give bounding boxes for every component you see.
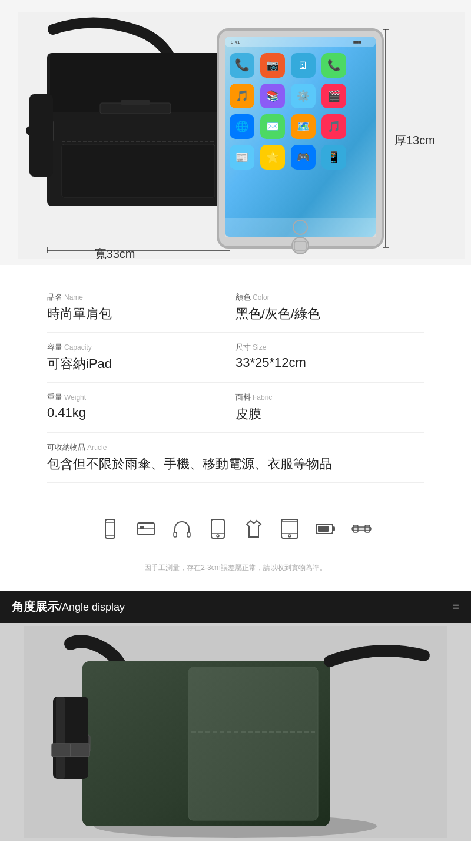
svg-rect-76 — [333, 526, 335, 531]
spec-fabric-label: 面料Fabric — [236, 392, 424, 403]
svg-rect-66 — [187, 532, 190, 537]
battery-icon — [315, 518, 336, 539]
svg-text:📞: 📞 — [235, 58, 250, 72]
svg-text:🗺️: 🗺️ — [297, 120, 310, 133]
spec-weight: 重量Weight 0.41kg — [47, 383, 236, 433]
svg-text:✉️: ✉️ — [266, 120, 280, 133]
specs-section: 品名Name 時尚單肩包 顏色Color 黑色/灰色/綠色 容量Capacity… — [0, 265, 471, 501]
spec-name-label: 品名Name — [47, 292, 236, 303]
svg-rect-87 — [56, 697, 65, 779]
spec-capacity-value: 可容納iPad — [47, 355, 236, 373]
spec-name-value: 時尚單肩包 — [47, 305, 236, 323]
angle-header: 角度展示/Angle display = — [0, 591, 471, 623]
disclaimer: 因手工測量，存在2-3cm誤差屬正常，請以收到實物為準。 — [0, 557, 471, 591]
spec-weight-value: 0.41kg — [47, 405, 236, 420]
product-image-container: 9:41 ■■■ 📞 📷 🗓 📞 🎵 📚 ⚙️ — [18, 12, 453, 259]
earphones-icon — [171, 518, 193, 539]
svg-text:📷: 📷 — [266, 59, 280, 72]
svg-text:⚙️: ⚙️ — [297, 90, 310, 102]
angle-eq-symbol: = — [452, 600, 459, 614]
ipad-large-icon — [279, 518, 300, 539]
svg-rect-84 — [188, 667, 318, 820]
spec-capacity: 容量Capacity 可容納iPad — [47, 333, 236, 383]
svg-text:🎵: 🎵 — [236, 90, 249, 102]
svg-text:🎮: 🎮 — [297, 151, 310, 164]
spec-fabric: 面料Fabric 皮膜 — [236, 383, 424, 433]
svg-point-71 — [288, 535, 291, 537]
disclaimer-text: 因手工測量，存在2-3cm誤差屬正常，請以收到實物為準。 — [144, 564, 326, 572]
svg-text:📱: 📱 — [327, 151, 341, 164]
spec-article-label: 可收納物品Article — [47, 442, 424, 453]
angle-title-en: /Angle display — [59, 601, 125, 613]
spec-fabric-value: 皮膜 — [236, 405, 424, 423]
angle-image-container — [0, 623, 471, 841]
svg-rect-75 — [318, 526, 329, 532]
svg-text:🗓: 🗓 — [298, 59, 309, 71]
phone-icon — [99, 518, 121, 539]
spec-article-value: 包含但不限於雨傘、手機、移動電源、衣服等物品 — [47, 455, 424, 473]
angle-title-container: 角度展示/Angle display — [12, 599, 125, 615]
svg-rect-6 — [62, 144, 215, 197]
spec-color: 顏色Color 黑色/灰色/綠色 — [236, 283, 424, 333]
svg-text:厚13cm: 厚13cm — [394, 134, 435, 147]
spec-color-value: 黑色/灰色/綠色 — [236, 305, 424, 323]
svg-point-68 — [217, 535, 219, 537]
spec-size-value: 33*25*12cm — [236, 355, 424, 370]
spec-weight-label: 重量Weight — [47, 392, 236, 403]
spec-name: 品名Name 時尚單肩包 — [47, 283, 236, 333]
tablet-icon — [207, 518, 228, 539]
svg-text:■■■: ■■■ — [353, 39, 362, 45]
svg-text:⭐: ⭐ — [266, 151, 280, 164]
cable-icon — [351, 518, 372, 539]
svg-text:📞: 📞 — [327, 59, 341, 72]
angle-title-cn: 角度展示 — [12, 600, 59, 613]
svg-text:🌐: 🌐 — [236, 120, 249, 133]
svg-rect-4 — [121, 100, 150, 105]
hero-section: 9:41 ■■■ 📞 📷 🗓 📞 🎵 📚 ⚙️ — [0, 0, 471, 265]
svg-rect-70 — [281, 519, 298, 538]
svg-rect-67 — [211, 519, 224, 538]
svg-rect-9 — [29, 94, 53, 177]
svg-rect-77 — [352, 527, 371, 531]
specs-grid: 品名Name 時尚單肩包 顏色Color 黑色/灰色/綠色 容量Capacity… — [47, 283, 424, 483]
icons-section — [0, 501, 471, 557]
svg-text:🎵: 🎵 — [327, 120, 341, 133]
angle-section: 角度展示/Angle display = — [0, 591, 471, 841]
spec-capacity-label: 容量Capacity — [47, 342, 236, 353]
spec-size: 尺寸Size 33*25*12cm — [236, 333, 424, 383]
svg-text:📚: 📚 — [266, 90, 280, 102]
shirt-icon — [243, 518, 264, 539]
product-image-svg: 9:41 ■■■ 📞 📷 🗓 📞 🎵 📚 ⚙️ — [18, 12, 465, 259]
svg-text:9:41: 9:41 — [231, 39, 240, 45]
svg-text:寬33cm: 寬33cm — [95, 247, 135, 259]
angle-bag-svg — [24, 626, 447, 838]
svg-text:🎬: 🎬 — [327, 90, 341, 102]
spec-color-label: 顏色Color — [236, 292, 424, 303]
spec-article: 可收納物品Article 包含但不限於雨傘、手機、移動電源、衣服等物品 — [47, 433, 424, 483]
svg-text:📰: 📰 — [236, 151, 249, 164]
card-icon — [135, 518, 157, 539]
svg-rect-65 — [174, 532, 177, 537]
spec-size-label: 尺寸Size — [236, 342, 424, 353]
